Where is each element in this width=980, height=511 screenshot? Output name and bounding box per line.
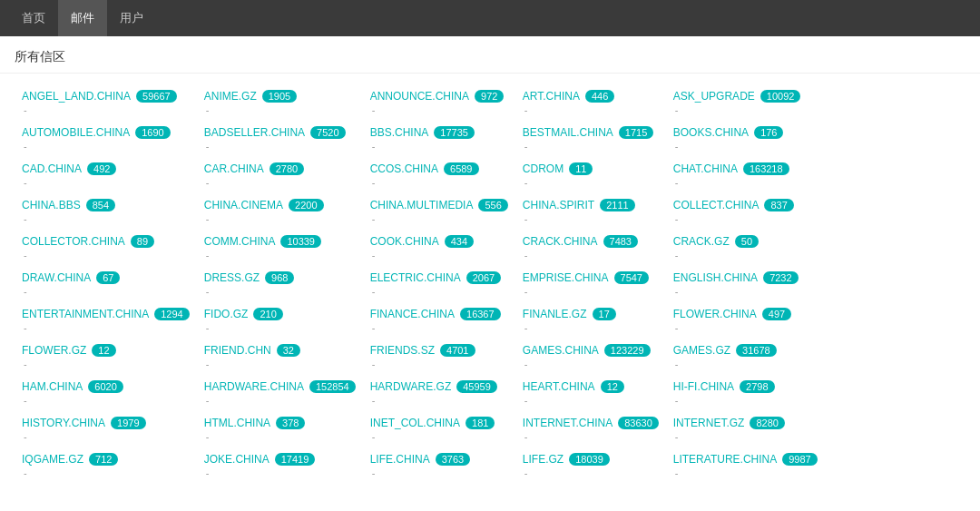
cell-sub: - (523, 395, 659, 406)
cell-item-name[interactable]: LIFE.CHINA (370, 453, 430, 466)
cell-row: IQGAME.GZ712 (22, 453, 190, 466)
cell-item-name[interactable]: GAMES.CHINA (523, 344, 599, 357)
cell-row: COLLECT.CHINA837 (673, 199, 818, 211)
cell-item-name[interactable]: FLOWER.GZ (22, 344, 86, 357)
cell-item-name[interactable]: JOKE.CHINA (204, 453, 270, 466)
cell-row: FINANCE.CHINA16367 (370, 308, 508, 320)
cell-item-name[interactable]: CHINA.SPIRIT (523, 199, 594, 211)
cell-row: DRESS.GZ968 (204, 271, 356, 284)
cell-sub: - (370, 177, 508, 188)
cell-row: CHINA.CINEMA2200 (204, 199, 356, 211)
cell-item-name[interactable]: BOOKS.CHINA (673, 126, 749, 139)
cell-item-name[interactable]: INTERNET.CHINA (523, 417, 612, 429)
cell-item-name[interactable]: LITERATURE.CHINA (673, 453, 777, 466)
cell-item-name[interactable]: FRIEND.CHN (204, 344, 271, 357)
cell-item-name[interactable]: COOK.CHINA (370, 235, 439, 248)
cell-sub: - (370, 322, 508, 333)
cell-row: ANGEL_LAND.CHINA59667 (22, 90, 190, 103)
cell-sub: - (370, 250, 508, 260)
cell-badge: 6020 (88, 380, 122, 393)
cell-item-name[interactable]: BBS.CHINA (370, 126, 429, 139)
cell-row: CHINA.MULTIMEDIA556 (370, 199, 508, 211)
cell-item-name[interactable]: HISTORY.CHINA (22, 417, 105, 429)
cell-item-name[interactable]: CCOS.CHINA (370, 162, 438, 175)
grid-cell: CCOS.CHINA6589- (363, 157, 515, 193)
cell-item-name[interactable]: IQGAME.GZ (22, 453, 83, 466)
nav-user[interactable]: 用户 (107, 0, 156, 36)
cell-item-name[interactable]: HEART.CHINA (523, 380, 595, 393)
cell-item-name[interactable]: FLOWER.CHINA (673, 308, 757, 320)
nav-mail[interactable]: 邮件 (58, 0, 107, 36)
cell-badge: 31678 (736, 344, 777, 357)
cell-item-name[interactable]: CAR.CHINA (204, 162, 264, 175)
cell-item-name[interactable]: ENGLISH.CHINA (673, 271, 758, 284)
cell-item-name[interactable]: ENTERTAINMENT.CHINA (22, 308, 149, 320)
cell-item-name[interactable]: FINANCE.CHINA (370, 308, 455, 320)
grid-cell: HTML.CHINA378- (197, 411, 363, 447)
grid-cell: FRIENDS.SZ4701- (363, 339, 515, 375)
cell-sub: - (22, 213, 190, 224)
cell-item-name[interactable]: CRACK.GZ (673, 235, 730, 248)
cell-item-name[interactable]: CHAT.CHINA (673, 162, 738, 175)
grid-cell: ANIME.GZ1905- (197, 84, 363, 121)
cell-row: CAR.CHINA2780 (204, 162, 356, 175)
cell-sub: - (673, 213, 818, 224)
cell-badge: 854 (86, 199, 115, 211)
cell-item-name[interactable]: HAM.CHINA (22, 380, 83, 393)
grid-cell (825, 84, 965, 121)
cell-item-name[interactable]: CHINA.CINEMA (204, 199, 283, 211)
cell-item-name[interactable]: COLLECT.CHINA (673, 199, 760, 211)
nav-home[interactable]: 首页 (9, 0, 58, 36)
cell-item-name[interactable]: BADSELLER.CHINA (204, 126, 305, 139)
cell-item-name[interactable]: FRIENDS.SZ (370, 344, 435, 357)
cell-item-name[interactable]: ANNOUNCE.CHINA (370, 90, 469, 103)
grid-cell (825, 447, 965, 484)
cell-item-name[interactable]: CHINA.BBS (22, 199, 81, 211)
grid-cell (825, 230, 965, 266)
cell-item-name[interactable]: ANIME.GZ (204, 90, 257, 103)
cell-item-name[interactable]: INET_COL.CHINA (370, 417, 460, 429)
cell-item-name[interactable]: COMM.CHINA (204, 235, 276, 248)
cell-item-name[interactable]: BESTMAIL.CHINA (523, 126, 613, 139)
cell-item-name[interactable]: INTERNET.GZ (673, 417, 745, 429)
cell-item-name[interactable]: FINANLE.GZ (523, 308, 587, 320)
cell-item-name[interactable]: LIFE.GZ (523, 453, 564, 466)
cell-row: BESTMAIL.CHINA1715 (523, 126, 659, 139)
cell-row: ENTERTAINMENT.CHINA1294 (22, 308, 190, 320)
cell-item-name[interactable]: CHINA.MULTIMEDIA (370, 199, 474, 211)
grid-cell: DRESS.GZ968- (197, 266, 363, 302)
cell-sub: - (22, 286, 190, 297)
cell-item-name[interactable]: ART.CHINA (523, 90, 580, 103)
cell-sub: - (22, 322, 190, 333)
cell-item-name[interactable]: ELECTRIC.CHINA (370, 271, 461, 284)
grid-cell: ENTERTAINMENT.CHINA1294- (15, 302, 197, 339)
cell-item-name[interactable]: CDROM (523, 162, 564, 175)
cell-item-name[interactable]: CAD.CHINA (22, 162, 82, 175)
cell-sub: - (370, 286, 508, 297)
cell-row: FLOWER.CHINA497 (673, 308, 818, 320)
cell-item-name[interactable]: ASK_UPGRADE (673, 90, 755, 103)
cell-item-name[interactable]: HARDWARE.CHINA (204, 380, 304, 393)
cell-sub: - (370, 467, 508, 478)
cell-item-name[interactable]: AUTOMOBILE.CHINA (22, 126, 130, 139)
grid-cell: GAMES.GZ31678- (666, 339, 825, 375)
cell-row: GAMES.GZ31678 (673, 344, 818, 357)
cell-item-name[interactable]: HTML.CHINA (204, 417, 270, 429)
grid-cell: CHINA.MULTIMEDIA556- (363, 193, 515, 230)
cell-item-name[interactable]: FIDO.GZ (204, 308, 249, 320)
cell-badge: 2111 (600, 199, 634, 211)
grid-cell: BADSELLER.CHINA7520- (197, 121, 363, 157)
cell-item-name[interactable]: HI-FI.CHINA (673, 380, 734, 393)
cell-item-name[interactable]: DRESS.GZ (204, 271, 260, 284)
cell-item-name[interactable]: CRACK.CHINA (523, 235, 598, 248)
cell-badge: 968 (265, 271, 294, 284)
cell-item-name[interactable]: DRAW.CHINA (22, 271, 91, 284)
cell-sub: - (204, 141, 356, 152)
cell-item-name[interactable]: ANGEL_LAND.CHINA (22, 90, 131, 103)
cell-item-name[interactable]: HARDWARE.GZ (370, 380, 452, 393)
cell-item-name[interactable]: GAMES.GZ (673, 344, 730, 357)
cell-item-name[interactable]: EMPRISE.CHINA (523, 271, 609, 284)
cell-badge: 712 (89, 453, 118, 466)
cell-badge: 4701 (440, 344, 475, 357)
cell-item-name[interactable]: COLLECTOR.CHINA (22, 235, 125, 248)
